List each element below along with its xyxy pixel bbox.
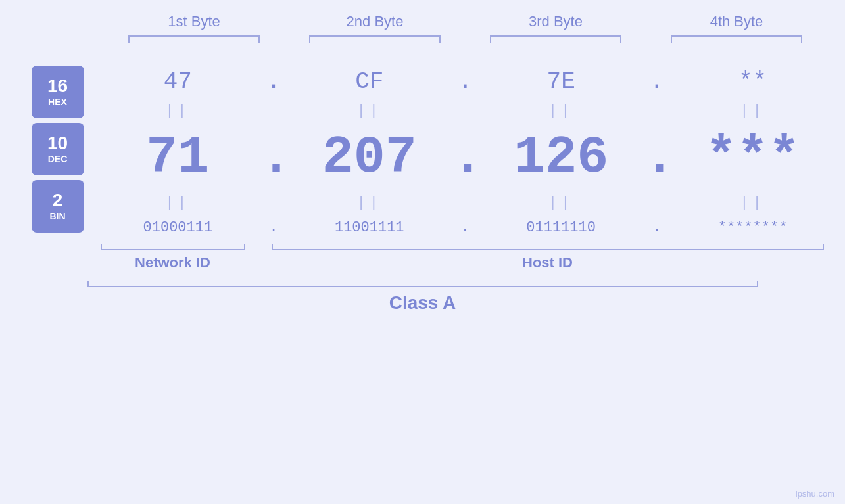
- hex-byte2: CF: [297, 68, 442, 95]
- class-label: Class A: [389, 292, 456, 313]
- eq1-b2: ||: [297, 103, 442, 120]
- dec-byte1: 71: [105, 131, 250, 184]
- dec-badge-number: 10: [47, 134, 68, 152]
- equals-row-2: || || || ||: [101, 193, 831, 214]
- class-label-row: Class A: [15, 292, 831, 313]
- equals-row-1: || || || ||: [101, 101, 831, 122]
- byte4-header: 4th Byte: [664, 13, 809, 30]
- hex-dot2: .: [452, 68, 478, 95]
- bracket-byte1: [128, 35, 260, 43]
- class-bracket: [87, 281, 758, 287]
- label-spacer: [245, 254, 272, 271]
- dec-byte3: 126: [489, 131, 633, 184]
- bin-dot3: .: [644, 219, 670, 236]
- main-container: 1st Byte 2nd Byte 3rd Byte 4th Byte 16 H…: [0, 0, 845, 504]
- dec-dot1: .: [260, 127, 287, 187]
- top-brackets: [104, 35, 827, 43]
- badges-column: 16 HEX 10 DEC 2 BIN: [15, 57, 101, 241]
- eq2-b4: ||: [681, 195, 825, 212]
- network-id-label: Network ID: [101, 254, 245, 271]
- bracket-byte3: [490, 35, 621, 43]
- bracket-byte4: [671, 35, 802, 43]
- byte3-header: 3rd Byte: [483, 13, 628, 30]
- dec-byte2: 207: [297, 131, 442, 184]
- hex-byte1: 47: [105, 68, 250, 95]
- byte2-header: 2nd Byte: [302, 13, 447, 30]
- hex-badge-number: 16: [47, 77, 68, 95]
- eq1-b3: ||: [489, 103, 633, 120]
- bracket-byte2: [309, 35, 441, 43]
- eq1-b1: ||: [105, 103, 250, 120]
- bin-byte4: ********: [681, 219, 825, 236]
- dec-value-row: 71 . 207 . 126 . ***: [101, 122, 831, 193]
- eq2-b1: ||: [105, 195, 250, 212]
- eq2-b2: ||: [297, 195, 442, 212]
- hex-byte3: 7E: [489, 68, 633, 95]
- hex-badge: 16 HEX: [32, 66, 84, 118]
- dec-badge: 10 DEC: [32, 123, 84, 175]
- bottom-bracket-section: Network ID Host ID Class A: [15, 244, 831, 313]
- host-id-bracket: [272, 244, 824, 250]
- eq2-b3: ||: [489, 195, 633, 212]
- hex-dot1: .: [260, 68, 287, 95]
- eq1-b4: ||: [681, 103, 825, 120]
- hex-value-row: 47 . CF . 7E . **: [101, 63, 831, 101]
- bin-badge: 2 BIN: [32, 180, 84, 233]
- dec-dot2: .: [452, 127, 478, 187]
- values-grid: 47 . CF . 7E . ** || || || || 71: [101, 57, 831, 241]
- hex-badge-label: HEX: [48, 97, 67, 107]
- network-host-label-row: Network ID Host ID: [101, 254, 824, 271]
- network-id-bracket: [101, 244, 245, 250]
- watermark: ipshu.com: [796, 489, 834, 499]
- bottom-bracket-lines: [101, 244, 824, 250]
- bin-dot2: .: [452, 219, 478, 236]
- bin-byte3: 01111110: [489, 219, 633, 236]
- bin-badge-label: BIN: [49, 211, 65, 221]
- byte-headers-row: 1st Byte 2nd Byte 3rd Byte 4th Byte: [104, 13, 827, 30]
- bin-dot1: .: [260, 219, 287, 236]
- byte1-header: 1st Byte: [122, 13, 266, 30]
- spacer-dot1: [245, 244, 272, 250]
- dec-badge-label: DEC: [48, 154, 68, 164]
- host-id-label: Host ID: [272, 254, 824, 271]
- bin-byte1: 01000111: [105, 219, 250, 236]
- hex-byte4: **: [681, 68, 825, 95]
- bin-byte2: 11001111: [297, 219, 442, 236]
- bin-badge-number: 2: [53, 191, 63, 210]
- dec-byte4: ***: [681, 131, 825, 184]
- hex-dot3: .: [644, 68, 670, 95]
- dec-dot3: .: [644, 127, 670, 187]
- bin-value-row: 01000111 . 11001111 . 01111110 . *******…: [101, 214, 831, 241]
- main-area: 16 HEX 10 DEC 2 BIN 47 . CF . 7E . **: [15, 57, 831, 241]
